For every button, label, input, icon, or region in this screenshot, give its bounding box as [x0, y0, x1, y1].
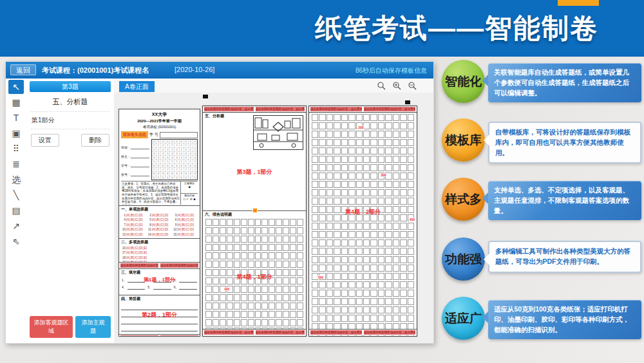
- choice-bubble: [C]: [185, 232, 189, 237]
- line-icon[interactable]: ╲: [8, 188, 24, 202]
- cursor-icon[interactable]: ⇖: [8, 234, 24, 248]
- essay-box: [297, 219, 303, 226]
- answer-area-warning: 请在各题目的答题区域内作答，超出黑色矩形边框限定区域的答案无效请在各题目的答题区…: [309, 106, 417, 113]
- image-icon[interactable]: ▣: [8, 126, 24, 140]
- essay-box: [276, 236, 282, 243]
- essay-box: [408, 315, 414, 322]
- essay-box: [378, 256, 384, 263]
- essay-box: [241, 311, 247, 318]
- zoom-in-icon[interactable]: [393, 82, 401, 90]
- essay-box: [205, 244, 212, 251]
- choice-item: 10[A][B][C][D]: [121, 227, 147, 232]
- essay-box: [312, 256, 318, 263]
- essay-box: [356, 273, 363, 280]
- essay-box: [363, 273, 370, 280]
- question-3-overlay[interactable]: 第3题，1部分: [203, 168, 306, 176]
- essay-box: [297, 227, 303, 234]
- question-1-overlay[interactable]: 第1题，1部分: [119, 276, 200, 283]
- zoom-out-icon[interactable]: [408, 82, 417, 90]
- essay-box: [227, 236, 233, 243]
- blank-item: 4、: [122, 284, 145, 290]
- essay-box: [319, 298, 325, 305]
- essay-box: [283, 236, 289, 243]
- essay-box: [408, 189, 414, 196]
- analysis-question-section[interactable]: 五、分析题: [203, 113, 306, 211]
- id-bubble: 5: [161, 160, 166, 163]
- settings-button[interactable]: 设置: [31, 134, 59, 147]
- choice-bubble: [A]: [152, 223, 156, 227]
- question-4-part2-overlay[interactable]: 第4题，2部分: [309, 208, 417, 216]
- essay-box: [334, 281, 340, 288]
- essay-box: [205, 294, 212, 301]
- select-icon[interactable]: 选: [8, 172, 24, 187]
- essay-box: [319, 131, 325, 138]
- id-bubble: 6: [175, 164, 179, 167]
- question-4-part1-overlay[interactable]: 第4题，1部分: [203, 273, 306, 281]
- add-objective-button[interactable]: 添加客观题区域: [30, 316, 73, 338]
- essay-box: [234, 227, 240, 234]
- panel-question-tab[interactable]: 第3题: [30, 81, 111, 92]
- choice-item: 9[A][B][C][D]: [172, 223, 198, 227]
- essay-box: [327, 298, 333, 305]
- blocks-icon[interactable]: ▦: [8, 95, 24, 109]
- choice-bubble: [C]: [135, 227, 138, 232]
- essay-box: [363, 164, 370, 171]
- essay-box: [393, 273, 399, 280]
- essay-box: [334, 189, 340, 196]
- essay-box: [370, 114, 377, 121]
- back-button[interactable]: 返回: [10, 64, 36, 75]
- id-bubble: 6: [166, 164, 170, 167]
- essay-box: [393, 181, 399, 188]
- essay-box: [356, 156, 363, 163]
- choice-bubble: [A]: [177, 218, 181, 222]
- essay-box: [327, 139, 333, 146]
- editor-canvas: A卷正面 XX大学 2020—2021学年第一学期 考试课程 (02001001…: [114, 79, 433, 343]
- id-bubble: 5: [152, 160, 156, 163]
- essay-box: [261, 219, 268, 226]
- choice-bubble: [E]: [144, 260, 147, 262]
- essay-box: [400, 265, 406, 272]
- course-line: 考试课程 (02001001): [120, 125, 198, 129]
- essay-box: [312, 281, 318, 288]
- essay-box: [227, 252, 233, 259]
- feature-circle: 功能强: [442, 237, 485, 281]
- essay-box: [312, 164, 318, 171]
- essay-box: [356, 181, 363, 188]
- question-2-overlay[interactable]: 第2题，1部分: [119, 311, 200, 319]
- text-icon[interactable]: T: [8, 111, 24, 125]
- feature-circle: 样式多: [442, 178, 485, 221]
- tab-sheet-a-front[interactable]: A卷正面: [119, 81, 155, 92]
- sheet-page-1: XX大学 2020—2021学年第一学期 考试课程 (02001001) 添加卷…: [118, 109, 200, 337]
- correct-fill-box: 正确填涂 ■: [181, 182, 198, 194]
- essay-box: [234, 311, 240, 318]
- save-icon[interactable]: ▤: [8, 203, 24, 218]
- id-bubble: 5: [156, 160, 161, 163]
- choice-item: 6[A][B][C][D]: [172, 218, 198, 222]
- list-icon[interactable]: ≣: [8, 157, 24, 171]
- essay-box: [248, 236, 254, 243]
- essay-box: [327, 172, 333, 180]
- id-bubble: 8: [152, 172, 156, 175]
- essay-box: [248, 244, 254, 251]
- search-zoom-icon[interactable]: [377, 82, 386, 90]
- choice-bubble: [B]: [131, 227, 135, 232]
- choice-item: 11[A][B][C][D]: [147, 227, 173, 232]
- choice-bubble: [A]: [152, 213, 156, 218]
- add-subjective-button[interactable]: 添加主观题: [75, 316, 111, 338]
- id-bubble: 1: [180, 144, 184, 147]
- delete-button[interactable]: 删除: [81, 134, 109, 147]
- pointer-icon[interactable]: ↖: [8, 80, 24, 94]
- grid-icon[interactable]: ⠿: [8, 142, 24, 156]
- id-bubble: 7: [152, 168, 156, 171]
- essay-box: [341, 114, 348, 121]
- essay-box: [312, 248, 318, 255]
- essay-box: [385, 131, 392, 138]
- id-bubble: 2: [175, 148, 179, 151]
- essay-box: [363, 189, 370, 196]
- export-icon[interactable]: ↗: [8, 219, 24, 233]
- essay-box: [370, 181, 377, 188]
- add-header-overlay[interactable]: 添加卷头信息: [121, 131, 148, 138]
- essay-box: [393, 290, 399, 297]
- id-bubble: 6: [170, 164, 175, 167]
- essay-box: [248, 219, 254, 226]
